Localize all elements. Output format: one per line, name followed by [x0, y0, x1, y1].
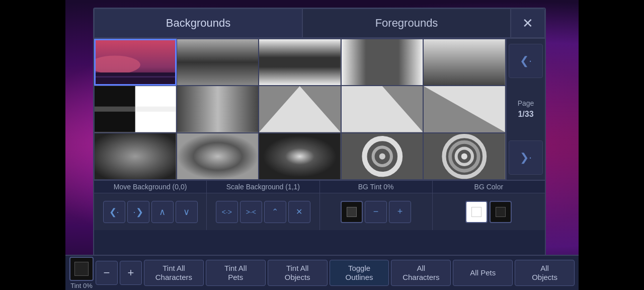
- black-bar-right: [579, 0, 644, 290]
- tint-all-pets-button[interactable]: Tint AllPets: [206, 260, 266, 286]
- thumb-2[interactable]: [177, 39, 259, 86]
- svg-point-24: [379, 153, 385, 159]
- main-panel: Backgrounds Foregrounds ✕: [93, 8, 546, 289]
- thumb-13[interactable]: [259, 133, 341, 180]
- scale-bg-label: Scale Background (1,1): [207, 181, 319, 193]
- tab-foregrounds[interactable]: Foregrounds: [302, 9, 511, 38]
- thumb-5[interactable]: [423, 39, 506, 86]
- toggle-outlines-button[interactable]: ToggleOutlines: [330, 260, 389, 286]
- thumb-11[interactable]: [94, 133, 177, 180]
- all-objects-button[interactable]: AllObjects: [515, 260, 575, 286]
- svg-rect-18: [95, 133, 176, 179]
- bottom-bar: Tint 0% − + Tint AllCharacters Tint AllP…: [65, 255, 579, 290]
- tint-all-characters-button[interactable]: Tint AllCharacters: [144, 260, 204, 286]
- bg-tint-label: BG Tint 0%: [320, 181, 432, 193]
- thumb-12[interactable]: [177, 133, 259, 180]
- svg-rect-6: [342, 39, 423, 85]
- tab-backgrounds[interactable]: Backgrounds: [94, 9, 302, 38]
- thumbnail-grid: [94, 39, 507, 180]
- tab-bar: Backgrounds Foregrounds ✕: [94, 9, 545, 39]
- move-left-button[interactable]: ❮·: [103, 201, 125, 223]
- scale-v-grow-button[interactable]: ⌃: [264, 201, 286, 223]
- move-bg-buttons: ❮· ·❯ ∧ ∨: [94, 193, 206, 230]
- bg-color-buttons: [433, 193, 545, 230]
- scale-h-shrink-button[interactable]: <·>: [216, 201, 238, 223]
- prev-button[interactable]: ❮·: [509, 44, 543, 78]
- thumb-6[interactable]: [94, 86, 177, 132]
- next-button[interactable]: ❯·: [509, 140, 543, 175]
- svg-rect-2: [95, 72, 176, 85]
- tint-swatch-wrap: Tint 0%: [69, 257, 94, 289]
- bg-color-white-swatch[interactable]: [465, 201, 488, 223]
- thumb-3[interactable]: [259, 39, 341, 86]
- svg-rect-11: [177, 86, 259, 132]
- scale-bg-buttons: <·> >·< ⌃ ✕: [207, 193, 319, 230]
- tint-swatch[interactable]: [69, 257, 94, 281]
- scale-h-grow-button[interactable]: >·<: [240, 201, 262, 223]
- close-button[interactable]: ✕: [511, 9, 545, 38]
- thumb-15[interactable]: [423, 133, 506, 180]
- move-bg-group: Move Background (0,0) ❮· ·❯ ∧ ∨: [94, 181, 207, 230]
- svg-rect-3: [95, 76, 176, 78]
- move-bg-label: Move Background (0,0): [94, 181, 206, 193]
- thumb-1[interactable]: [94, 39, 177, 86]
- black-bar-left: [0, 0, 65, 290]
- bg-tint-plus-button[interactable]: +: [389, 201, 411, 223]
- bg-color-label: BG Color: [433, 181, 545, 193]
- svg-rect-10: [95, 107, 176, 112]
- scale-bg-group: Scale Background (1,1) <·> >·< ⌃ ✕: [207, 181, 319, 230]
- thumb-7[interactable]: [177, 86, 259, 132]
- thumb-8[interactable]: [259, 86, 341, 132]
- side-navigation: ❮· Page 1/33 ❯·: [507, 39, 545, 180]
- thumb-10[interactable]: [423, 86, 506, 132]
- scale-v-shrink-button[interactable]: ✕: [288, 201, 310, 223]
- svg-rect-4: [177, 39, 259, 85]
- bg-tint-buttons: − +: [320, 193, 432, 230]
- move-down-button[interactable]: ∨: [176, 201, 198, 223]
- all-characters-button[interactable]: AllCharacters: [391, 260, 451, 286]
- thumb-9[interactable]: [341, 86, 424, 132]
- tint-all-objects-button[interactable]: Tint AllObjects: [268, 260, 328, 286]
- controls-area: Move Background (0,0) ❮· ·❯ ∧ ∨ Scale Ba…: [94, 180, 545, 230]
- bg-tint-swatch[interactable]: [341, 201, 363, 223]
- svg-rect-20: [259, 133, 341, 179]
- tint-minus-button[interactable]: −: [96, 261, 118, 285]
- thumb-14[interactable]: [341, 133, 424, 180]
- page-indicator: Page 1/33: [518, 80, 534, 138]
- move-right-button[interactable]: ·❯: [127, 201, 149, 223]
- svg-rect-19: [177, 133, 259, 179]
- all-pets-button[interactable]: All Pets: [453, 260, 513, 286]
- tint-plus-button[interactable]: +: [120, 261, 142, 285]
- move-up-button[interactable]: ∧: [151, 201, 174, 223]
- svg-point-29: [461, 153, 467, 159]
- tint-label: Tint 0%: [70, 282, 93, 289]
- content-area: ❮· Page 1/33 ❯·: [94, 39, 545, 180]
- bg-tint-group: BG Tint 0% − +: [320, 181, 433, 230]
- thumb-4[interactable]: [341, 39, 424, 86]
- svg-rect-7: [424, 39, 505, 85]
- bg-color-group: BG Color: [433, 181, 545, 230]
- bg-tint-minus-button[interactable]: −: [365, 201, 387, 223]
- svg-rect-5: [259, 39, 341, 85]
- bg-color-black-swatch[interactable]: [490, 201, 512, 223]
